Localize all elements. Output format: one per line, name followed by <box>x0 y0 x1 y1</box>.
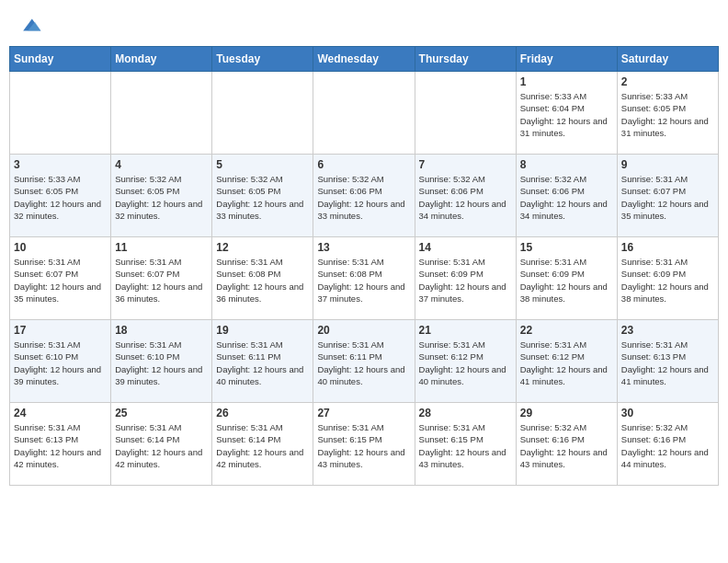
calendar-cell: 11Sunrise: 5:31 AMSunset: 6:07 PMDayligh… <box>111 237 212 320</box>
day-number: 3 <box>14 158 107 171</box>
day-info: Sunrise: 5:32 AMSunset: 6:05 PMDaylight:… <box>216 173 309 222</box>
calendar-cell <box>111 72 212 155</box>
day-number: 28 <box>419 407 512 419</box>
weekday-header-sunday: Sunday <box>10 47 111 72</box>
day-info: Sunrise: 5:31 AMSunset: 6:13 PMDaylight:… <box>14 421 107 470</box>
weekday-header-saturday: Saturday <box>617 47 718 72</box>
day-info: Sunrise: 5:31 AMSunset: 6:15 PMDaylight:… <box>419 421 512 470</box>
day-number: 23 <box>621 324 714 337</box>
day-number: 8 <box>520 158 613 171</box>
weekday-header-wednesday: Wednesday <box>313 47 415 72</box>
day-number: 6 <box>317 158 410 171</box>
day-info: Sunrise: 5:31 AMSunset: 6:09 PMDaylight:… <box>419 256 512 304</box>
day-info: Sunrise: 5:31 AMSunset: 6:12 PMDaylight:… <box>520 339 613 387</box>
day-info: Sunrise: 5:31 AMSunset: 6:14 PMDaylight:… <box>216 421 309 470</box>
calendar-cell: 12Sunrise: 5:31 AMSunset: 6:08 PMDayligh… <box>212 237 313 320</box>
day-number: 10 <box>14 241 107 254</box>
day-info: Sunrise: 5:32 AMSunset: 6:16 PMDaylight:… <box>621 421 714 470</box>
day-info: Sunrise: 5:31 AMSunset: 6:11 PMDaylight:… <box>317 339 410 387</box>
day-number: 14 <box>419 241 512 254</box>
day-number: 22 <box>520 324 613 337</box>
day-number: 25 <box>115 407 208 419</box>
calendar-cell <box>212 72 313 155</box>
calendar-cell: 6Sunrise: 5:32 AMSunset: 6:06 PMDaylight… <box>313 155 415 237</box>
day-info: Sunrise: 5:33 AMSunset: 6:05 PMDaylight:… <box>14 173 107 222</box>
day-info: Sunrise: 5:31 AMSunset: 6:07 PMDaylight:… <box>14 256 107 304</box>
calendar-cell: 4Sunrise: 5:32 AMSunset: 6:05 PMDaylight… <box>111 155 212 237</box>
day-info: Sunrise: 5:32 AMSunset: 6:05 PMDaylight:… <box>115 173 208 222</box>
calendar-cell: 1Sunrise: 5:33 AMSunset: 6:04 PMDaylight… <box>516 72 617 155</box>
calendar-cell: 10Sunrise: 5:31 AMSunset: 6:07 PMDayligh… <box>10 237 111 320</box>
calendar-cell: 3Sunrise: 5:33 AMSunset: 6:05 PMDaylight… <box>10 155 111 237</box>
calendar-cell: 7Sunrise: 5:32 AMSunset: 6:06 PMDaylight… <box>415 155 516 237</box>
calendar-cell: 17Sunrise: 5:31 AMSunset: 6:10 PMDayligh… <box>10 320 111 403</box>
day-info: Sunrise: 5:31 AMSunset: 6:09 PMDaylight:… <box>621 256 714 304</box>
day-info: Sunrise: 5:32 AMSunset: 6:06 PMDaylight:… <box>317 173 410 222</box>
calendar-cell: 30Sunrise: 5:32 AMSunset: 6:16 PMDayligh… <box>617 403 718 486</box>
calendar-cell: 24Sunrise: 5:31 AMSunset: 6:13 PMDayligh… <box>10 403 111 486</box>
weekday-header-friday: Friday <box>516 47 617 72</box>
logo <box>18 14 42 32</box>
day-info: Sunrise: 5:31 AMSunset: 6:13 PMDaylight:… <box>621 339 714 387</box>
calendar-cell <box>415 72 516 155</box>
calendar-cell: 27Sunrise: 5:31 AMSunset: 6:15 PMDayligh… <box>313 403 415 486</box>
day-number: 11 <box>115 241 208 254</box>
day-number: 21 <box>419 324 512 337</box>
calendar-week-2: 3Sunrise: 5:33 AMSunset: 6:05 PMDaylight… <box>10 155 719 237</box>
calendar-cell: 26Sunrise: 5:31 AMSunset: 6:14 PMDayligh… <box>212 403 313 486</box>
day-number: 24 <box>14 407 107 419</box>
calendar-cell: 9Sunrise: 5:31 AMSunset: 6:07 PMDaylight… <box>617 155 718 237</box>
calendar-cell: 16Sunrise: 5:31 AMSunset: 6:09 PMDayligh… <box>617 237 718 320</box>
day-number: 7 <box>419 158 512 171</box>
day-info: Sunrise: 5:32 AMSunset: 6:06 PMDaylight:… <box>520 173 613 222</box>
logo-icon <box>20 14 42 36</box>
day-number: 27 <box>317 407 410 419</box>
day-number: 19 <box>216 324 309 337</box>
calendar-week-5: 24Sunrise: 5:31 AMSunset: 6:13 PMDayligh… <box>10 403 719 486</box>
calendar-cell: 22Sunrise: 5:31 AMSunset: 6:12 PMDayligh… <box>516 320 617 403</box>
calendar-week-3: 10Sunrise: 5:31 AMSunset: 6:07 PMDayligh… <box>10 237 719 320</box>
day-number: 12 <box>216 241 309 254</box>
day-info: Sunrise: 5:31 AMSunset: 6:07 PMDaylight:… <box>115 256 208 304</box>
calendar-cell: 19Sunrise: 5:31 AMSunset: 6:11 PMDayligh… <box>212 320 313 403</box>
day-number: 17 <box>14 324 107 337</box>
day-number: 16 <box>621 241 714 254</box>
day-number: 29 <box>520 407 613 419</box>
day-info: Sunrise: 5:31 AMSunset: 6:15 PMDaylight:… <box>317 421 410 470</box>
calendar-cell: 14Sunrise: 5:31 AMSunset: 6:09 PMDayligh… <box>415 237 516 320</box>
weekday-header-monday: Monday <box>111 47 212 72</box>
weekday-header-thursday: Thursday <box>415 47 516 72</box>
weekday-header-tuesday: Tuesday <box>212 47 313 72</box>
page-header <box>9 9 719 37</box>
day-info: Sunrise: 5:31 AMSunset: 6:09 PMDaylight:… <box>520 256 613 304</box>
day-info: Sunrise: 5:33 AMSunset: 6:04 PMDaylight:… <box>520 90 613 139</box>
day-info: Sunrise: 5:31 AMSunset: 6:14 PMDaylight:… <box>115 421 208 470</box>
calendar-week-1: 1Sunrise: 5:33 AMSunset: 6:04 PMDaylight… <box>10 72 719 155</box>
day-number: 4 <box>115 158 208 171</box>
day-info: Sunrise: 5:31 AMSunset: 6:12 PMDaylight:… <box>419 339 512 387</box>
calendar-cell <box>313 72 415 155</box>
day-number: 18 <box>115 324 208 337</box>
calendar-header-row: SundayMondayTuesdayWednesdayThursdayFrid… <box>10 47 719 72</box>
day-info: Sunrise: 5:31 AMSunset: 6:10 PMDaylight:… <box>14 339 107 387</box>
day-info: Sunrise: 5:32 AMSunset: 6:16 PMDaylight:… <box>520 421 613 470</box>
day-number: 30 <box>621 407 714 419</box>
day-info: Sunrise: 5:32 AMSunset: 6:06 PMDaylight:… <box>419 173 512 222</box>
calendar-cell: 23Sunrise: 5:31 AMSunset: 6:13 PMDayligh… <box>617 320 718 403</box>
day-info: Sunrise: 5:31 AMSunset: 6:08 PMDaylight:… <box>317 256 410 304</box>
day-info: Sunrise: 5:33 AMSunset: 6:05 PMDaylight:… <box>621 90 714 139</box>
calendar-cell: 15Sunrise: 5:31 AMSunset: 6:09 PMDayligh… <box>516 237 617 320</box>
day-number: 20 <box>317 324 410 337</box>
day-number: 26 <box>216 407 309 419</box>
day-number: 1 <box>520 75 613 88</box>
calendar-cell: 25Sunrise: 5:31 AMSunset: 6:14 PMDayligh… <box>111 403 212 486</box>
calendar-cell: 28Sunrise: 5:31 AMSunset: 6:15 PMDayligh… <box>415 403 516 486</box>
day-info: Sunrise: 5:31 AMSunset: 6:11 PMDaylight:… <box>216 339 309 387</box>
calendar-cell: 21Sunrise: 5:31 AMSunset: 6:12 PMDayligh… <box>415 320 516 403</box>
calendar-cell: 29Sunrise: 5:32 AMSunset: 6:16 PMDayligh… <box>516 403 617 486</box>
day-number: 13 <box>317 241 410 254</box>
calendar-cell: 2Sunrise: 5:33 AMSunset: 6:05 PMDaylight… <box>617 72 718 155</box>
calendar-week-4: 17Sunrise: 5:31 AMSunset: 6:10 PMDayligh… <box>10 320 719 403</box>
day-number: 5 <box>216 158 309 171</box>
day-info: Sunrise: 5:31 AMSunset: 6:08 PMDaylight:… <box>216 256 309 304</box>
